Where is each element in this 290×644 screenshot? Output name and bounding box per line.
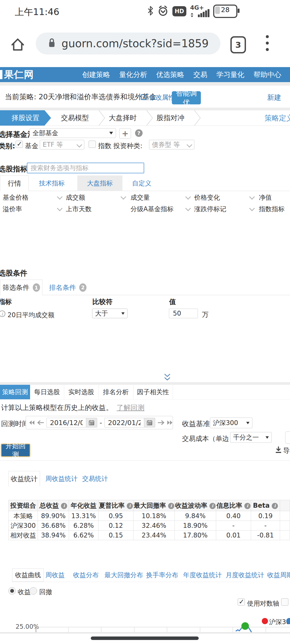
fast-forward-icon[interactable] xyxy=(167,420,173,426)
home-indicator-bar[interactable] xyxy=(91,636,199,640)
chart-tab-2[interactable]: 收益分布 xyxy=(73,568,99,582)
clipped-checkbox[interactable] xyxy=(281,598,288,606)
fund-type-select[interactable]: ETF 等 xyxy=(40,140,84,149)
info-icon[interactable]: i xyxy=(209,503,216,509)
info-icon[interactable]: i xyxy=(61,503,67,509)
cost-select[interactable]: 千分之一 xyxy=(230,432,272,443)
export-link[interactable]: 导出 xyxy=(275,446,290,455)
step-tab-3[interactable]: 股指对冲 xyxy=(147,110,194,126)
chart-tab-7[interactable]: 收益周期统计 xyxy=(267,568,290,582)
info-icon[interactable]: i xyxy=(272,503,278,509)
nav-item-4[interactable]: 学习量化 xyxy=(216,70,244,79)
url-bar[interactable]: guorn.com/stock?sid=1859 xyxy=(36,32,220,54)
fund-checkbox[interactable] xyxy=(16,141,23,148)
url-text[interactable]: guorn.com/stock?sid=1859 xyxy=(61,37,209,50)
chevron-down-icon[interactable] xyxy=(121,194,126,200)
chevron-down-icon[interactable] xyxy=(185,194,191,200)
chevron-down-icon[interactable] xyxy=(185,206,191,211)
backtest-tab-2[interactable]: 实时选股 xyxy=(64,385,99,399)
clipped-control[interactable] xyxy=(285,431,290,444)
indicator-item[interactable]: 成交量 xyxy=(130,193,150,202)
indicator-item[interactable]: 基金价格 xyxy=(3,193,28,202)
returns-chart[interactable] xyxy=(0,620,290,633)
chart-tab-6[interactable]: 月度收益统计 xyxy=(226,568,264,582)
calendar-icon[interactable] xyxy=(86,418,97,427)
invest-type-select[interactable]: 债券型 等 xyxy=(149,140,194,149)
chevron-down-icon[interactable] xyxy=(249,194,255,200)
strategy-definition-link[interactable]: 策略定义 xyxy=(264,110,290,126)
indicator-item[interactable]: 溢价率 xyxy=(3,205,22,213)
indicator-tab-3[interactable]: 自定义 xyxy=(132,175,151,191)
backtest-tab-1[interactable]: 每日选股 xyxy=(30,385,64,399)
fast-backward-icon[interactable] xyxy=(29,420,35,426)
chart-tab-0[interactable]: 收益曲线 xyxy=(12,568,44,582)
chevron-down-icon[interactable] xyxy=(57,194,63,200)
home-icon[interactable] xyxy=(10,37,25,53)
start-date-input[interactable] xyxy=(46,418,86,427)
indicator-item[interactable]: 价格变化 xyxy=(194,193,220,202)
help-icon[interactable]: ? xyxy=(135,129,143,137)
indicator-tab-1[interactable]: 技术指标 xyxy=(39,175,65,191)
drawdown-radio[interactable] xyxy=(30,587,37,595)
results-tab-2[interactable]: 交易统计 xyxy=(82,471,108,486)
smart-optimize-button[interactable]: 智能调优 xyxy=(172,91,201,104)
comparator-select[interactable]: 大于 xyxy=(92,309,128,318)
backtest-tab-3[interactable]: 排名分析 xyxy=(99,385,133,399)
calendar-icon[interactable] xyxy=(144,418,155,427)
learn-backtest-link[interactable]: 了解回测 xyxy=(117,404,144,412)
chart-tab-3[interactable]: 最大回撤分布 xyxy=(104,568,143,582)
chevron-down-icon[interactable] xyxy=(249,206,255,211)
backtest-tab-4[interactable]: 因子相关性 xyxy=(133,385,173,399)
nav-item-1[interactable]: 量化分析 xyxy=(119,70,147,79)
step-tab-0[interactable]: 择股设置 xyxy=(0,110,51,126)
chart-tab-4[interactable]: 换手率分布 xyxy=(146,568,178,582)
tab-counter[interactable]: 3 xyxy=(230,36,246,53)
indicator-item[interactable]: 涨跌停标记 xyxy=(194,205,226,213)
add-fund-pool-button[interactable]: + xyxy=(119,128,131,138)
nav-item-3[interactable]: 交易 xyxy=(193,70,207,79)
results-tab-1[interactable]: 周收益统计 xyxy=(45,471,78,486)
index-checkbox[interactable] xyxy=(89,141,96,148)
table-cell: 本策略 xyxy=(9,511,38,521)
chevron-down-icon[interactable] xyxy=(57,206,63,211)
info-icon[interactable]: i xyxy=(244,503,251,509)
condition-value-input[interactable] xyxy=(169,309,198,318)
arrow-left-icon[interactable] xyxy=(37,420,44,426)
fund-pool-select[interactable]: 全部基金 xyxy=(30,128,116,138)
step-tab-2[interactable]: 大盘择时 xyxy=(99,110,147,126)
info-icon[interactable]: i xyxy=(168,503,174,509)
tab-separator-chevron-icon xyxy=(98,110,105,126)
benchmark-select[interactable]: 沪深300 xyxy=(210,418,252,428)
nav-item-5[interactable]: 帮助中心 xyxy=(253,70,281,79)
brand[interactable]: 果仁网 xyxy=(4,67,34,82)
log-axis-checkbox[interactable] xyxy=(238,598,245,606)
column-header: 投资组合 xyxy=(9,500,38,511)
collapse-section-icon[interactable] xyxy=(162,373,172,383)
nav-item-0[interactable]: 创建策略 xyxy=(82,70,110,79)
condition-tab-0[interactable]: 筛选条件1 xyxy=(0,280,42,295)
condition-tab-1[interactable]: 排名条件2 xyxy=(49,280,86,295)
info-icon[interactable]: i xyxy=(127,503,133,509)
indicator-tab-2[interactable]: 大盘指标 xyxy=(77,175,122,191)
arrow-right-icon[interactable] xyxy=(158,420,165,426)
run-backtest-button[interactable]: 开始回测 xyxy=(1,444,30,457)
nav-item-2[interactable]: 优选策略 xyxy=(156,70,184,79)
step-tab-1[interactable]: 交易模型 xyxy=(51,110,99,126)
indicator-item[interactable]: 成交额 xyxy=(66,193,85,202)
return-radio[interactable] xyxy=(8,587,16,595)
results-tab-0[interactable]: 收益统计 xyxy=(8,471,40,486)
indicator-item[interactable]: 净值 xyxy=(259,193,272,202)
end-date-input[interactable] xyxy=(104,418,144,427)
kebab-menu-icon[interactable] xyxy=(266,35,269,54)
chart-tab-5[interactable]: 年度收益统计 xyxy=(183,568,222,582)
indicator-item[interactable]: 指数指标 xyxy=(259,205,285,213)
chart-tab-1[interactable]: 周收益 xyxy=(45,568,65,582)
edit-attributes-link[interactable]: 修改属性 xyxy=(140,93,175,102)
new-strategy-link[interactable]: 新建 xyxy=(267,93,281,102)
indicator-item[interactable]: 上市天数 xyxy=(66,205,92,213)
indicator-tab-0[interactable]: 行情 xyxy=(0,175,29,191)
indicator-item[interactable]: 分级A基金指标 xyxy=(130,205,173,213)
backtest-tab-0[interactable]: 策略回测 xyxy=(0,385,30,399)
indicator-search-input[interactable] xyxy=(27,163,144,173)
info-icon[interactable]: i xyxy=(0,310,5,317)
